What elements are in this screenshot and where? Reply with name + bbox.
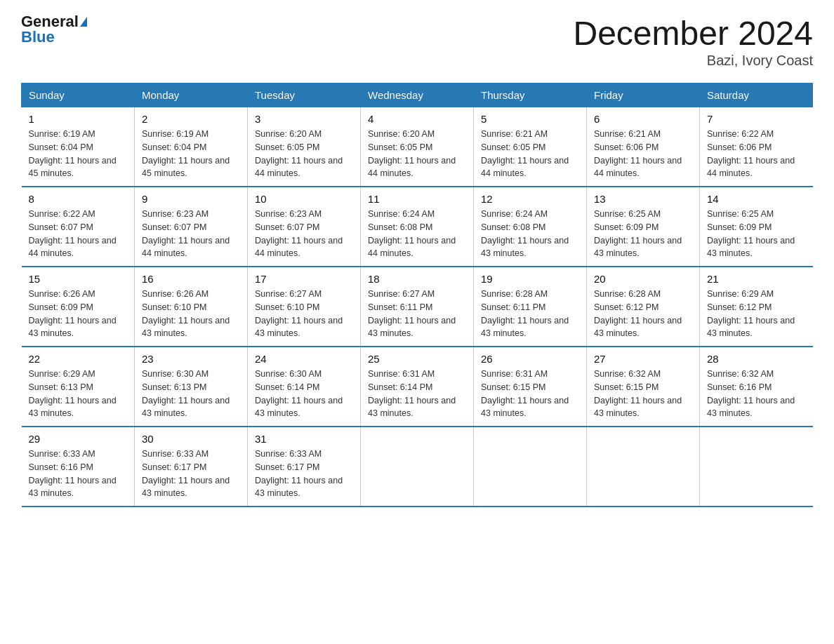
day-number: 17	[255, 273, 353, 285]
calendar-cell	[361, 427, 474, 507]
week-row-5: 29Sunrise: 6:33 AMSunset: 6:16 PMDayligh…	[22, 427, 813, 507]
day-number: 22	[29, 353, 128, 365]
day-info: Sunrise: 6:31 AMSunset: 6:14 PMDaylight:…	[368, 368, 466, 420]
calendar-cell: 16Sunrise: 6:26 AMSunset: 6:10 PMDayligh…	[135, 267, 248, 347]
week-row-1: 1Sunrise: 6:19 AMSunset: 6:04 PMDaylight…	[22, 107, 813, 187]
day-number: 28	[707, 353, 806, 365]
calendar-cell: 8Sunrise: 6:22 AMSunset: 6:07 PMDaylight…	[22, 187, 135, 267]
weekday-header-wednesday: Wednesday	[361, 83, 474, 107]
day-info: Sunrise: 6:19 AMSunset: 6:04 PMDaylight:…	[142, 128, 240, 180]
day-info: Sunrise: 6:20 AMSunset: 6:05 PMDaylight:…	[255, 128, 353, 180]
calendar-cell: 19Sunrise: 6:28 AMSunset: 6:11 PMDayligh…	[474, 267, 587, 347]
calendar-cell: 22Sunrise: 6:29 AMSunset: 6:13 PMDayligh…	[22, 347, 135, 427]
calendar-subtitle: Bazi, Ivory Coast	[573, 53, 813, 69]
day-info: Sunrise: 6:24 AMSunset: 6:08 PMDaylight:…	[481, 208, 579, 260]
calendar-cell: 17Sunrise: 6:27 AMSunset: 6:10 PMDayligh…	[248, 267, 361, 347]
day-info: Sunrise: 6:33 AMSunset: 6:17 PMDaylight:…	[142, 448, 240, 500]
day-info: Sunrise: 6:28 AMSunset: 6:11 PMDaylight:…	[481, 288, 579, 340]
day-info: Sunrise: 6:33 AMSunset: 6:16 PMDaylight:…	[29, 448, 128, 500]
day-number: 25	[368, 353, 466, 365]
day-number: 21	[707, 273, 806, 285]
week-row-2: 8Sunrise: 6:22 AMSunset: 6:07 PMDaylight…	[22, 187, 813, 267]
day-info: Sunrise: 6:22 AMSunset: 6:07 PMDaylight:…	[29, 208, 128, 260]
day-info: Sunrise: 6:23 AMSunset: 6:07 PMDaylight:…	[142, 208, 240, 260]
logo-general-text: General	[21, 14, 79, 29]
calendar-cell: 11Sunrise: 6:24 AMSunset: 6:08 PMDayligh…	[361, 187, 474, 267]
day-number: 26	[481, 353, 579, 365]
calendar-cell: 18Sunrise: 6:27 AMSunset: 6:11 PMDayligh…	[361, 267, 474, 347]
day-info: Sunrise: 6:21 AMSunset: 6:05 PMDaylight:…	[481, 128, 579, 180]
day-info: Sunrise: 6:29 AMSunset: 6:13 PMDaylight:…	[29, 368, 128, 420]
day-number: 9	[142, 193, 240, 205]
day-info: Sunrise: 6:26 AMSunset: 6:09 PMDaylight:…	[29, 288, 128, 340]
day-info: Sunrise: 6:30 AMSunset: 6:14 PMDaylight:…	[255, 368, 353, 420]
calendar-cell: 27Sunrise: 6:32 AMSunset: 6:15 PMDayligh…	[587, 347, 700, 427]
calendar-cell: 31Sunrise: 6:33 AMSunset: 6:17 PMDayligh…	[248, 427, 361, 507]
title-section: December 2024 Bazi, Ivory Coast	[573, 14, 813, 69]
day-number: 8	[29, 193, 128, 205]
day-info: Sunrise: 6:22 AMSunset: 6:06 PMDaylight:…	[707, 128, 806, 180]
day-info: Sunrise: 6:28 AMSunset: 6:12 PMDaylight:…	[594, 288, 692, 340]
calendar-cell: 23Sunrise: 6:30 AMSunset: 6:13 PMDayligh…	[135, 347, 248, 427]
day-info: Sunrise: 6:25 AMSunset: 6:09 PMDaylight:…	[594, 208, 692, 260]
week-row-3: 15Sunrise: 6:26 AMSunset: 6:09 PMDayligh…	[22, 267, 813, 347]
day-info: Sunrise: 6:21 AMSunset: 6:06 PMDaylight:…	[594, 128, 692, 180]
calendar-cell: 6Sunrise: 6:21 AMSunset: 6:06 PMDaylight…	[587, 107, 700, 187]
day-info: Sunrise: 6:31 AMSunset: 6:15 PMDaylight:…	[481, 368, 579, 420]
day-info: Sunrise: 6:27 AMSunset: 6:10 PMDaylight:…	[255, 288, 353, 340]
day-number: 11	[368, 193, 466, 205]
logo-blue-text: Blue	[21, 29, 87, 45]
day-number: 1	[29, 113, 128, 125]
calendar-cell: 12Sunrise: 6:24 AMSunset: 6:08 PMDayligh…	[474, 187, 587, 267]
calendar-title: December 2024	[573, 14, 813, 53]
calendar-cell: 3Sunrise: 6:20 AMSunset: 6:05 PMDaylight…	[248, 107, 361, 187]
day-info: Sunrise: 6:24 AMSunset: 6:08 PMDaylight:…	[368, 208, 466, 260]
weekday-header-tuesday: Tuesday	[248, 83, 361, 107]
day-number: 29	[29, 433, 128, 445]
calendar-cell: 4Sunrise: 6:20 AMSunset: 6:05 PMDaylight…	[361, 107, 474, 187]
logo: General Blue	[21, 14, 87, 45]
day-number: 5	[481, 113, 579, 125]
day-number: 18	[368, 273, 466, 285]
day-number: 19	[481, 273, 579, 285]
calendar-cell: 1Sunrise: 6:19 AMSunset: 6:04 PMDaylight…	[22, 107, 135, 187]
day-number: 7	[707, 113, 806, 125]
day-number: 6	[594, 113, 692, 125]
calendar-cell: 26Sunrise: 6:31 AMSunset: 6:15 PMDayligh…	[474, 347, 587, 427]
calendar-cell	[700, 427, 813, 507]
calendar-table: SundayMondayTuesdayWednesdayThursdayFrid…	[21, 83, 813, 507]
calendar-cell: 20Sunrise: 6:28 AMSunset: 6:12 PMDayligh…	[587, 267, 700, 347]
calendar-cell: 5Sunrise: 6:21 AMSunset: 6:05 PMDaylight…	[474, 107, 587, 187]
logo-triangle-icon	[80, 17, 87, 27]
weekday-header-row: SundayMondayTuesdayWednesdayThursdayFrid…	[22, 83, 813, 107]
day-number: 12	[481, 193, 579, 205]
day-info: Sunrise: 6:32 AMSunset: 6:15 PMDaylight:…	[594, 368, 692, 420]
weekday-header-sunday: Sunday	[22, 83, 135, 107]
day-info: Sunrise: 6:26 AMSunset: 6:10 PMDaylight:…	[142, 288, 240, 340]
day-info: Sunrise: 6:27 AMSunset: 6:11 PMDaylight:…	[368, 288, 466, 340]
weekday-header-saturday: Saturday	[700, 83, 813, 107]
weekday-header-thursday: Thursday	[474, 83, 587, 107]
day-number: 16	[142, 273, 240, 285]
day-number: 4	[368, 113, 466, 125]
calendar-cell	[474, 427, 587, 507]
weekday-header-monday: Monday	[135, 83, 248, 107]
weekday-header-friday: Friday	[587, 83, 700, 107]
day-info: Sunrise: 6:33 AMSunset: 6:17 PMDaylight:…	[255, 448, 353, 500]
calendar-cell: 10Sunrise: 6:23 AMSunset: 6:07 PMDayligh…	[248, 187, 361, 267]
calendar-cell: 29Sunrise: 6:33 AMSunset: 6:16 PMDayligh…	[22, 427, 135, 507]
day-number: 10	[255, 193, 353, 205]
day-number: 20	[594, 273, 692, 285]
day-number: 24	[255, 353, 353, 365]
day-number: 15	[29, 273, 128, 285]
calendar-cell: 25Sunrise: 6:31 AMSunset: 6:14 PMDayligh…	[361, 347, 474, 427]
calendar-cell: 7Sunrise: 6:22 AMSunset: 6:06 PMDaylight…	[700, 107, 813, 187]
day-info: Sunrise: 6:29 AMSunset: 6:12 PMDaylight:…	[707, 288, 806, 340]
day-info: Sunrise: 6:19 AMSunset: 6:04 PMDaylight:…	[29, 128, 128, 180]
day-number: 27	[594, 353, 692, 365]
day-info: Sunrise: 6:30 AMSunset: 6:13 PMDaylight:…	[142, 368, 240, 420]
day-info: Sunrise: 6:32 AMSunset: 6:16 PMDaylight:…	[707, 368, 806, 420]
calendar-cell: 30Sunrise: 6:33 AMSunset: 6:17 PMDayligh…	[135, 427, 248, 507]
calendar-cell: 14Sunrise: 6:25 AMSunset: 6:09 PMDayligh…	[700, 187, 813, 267]
day-number: 2	[142, 113, 240, 125]
